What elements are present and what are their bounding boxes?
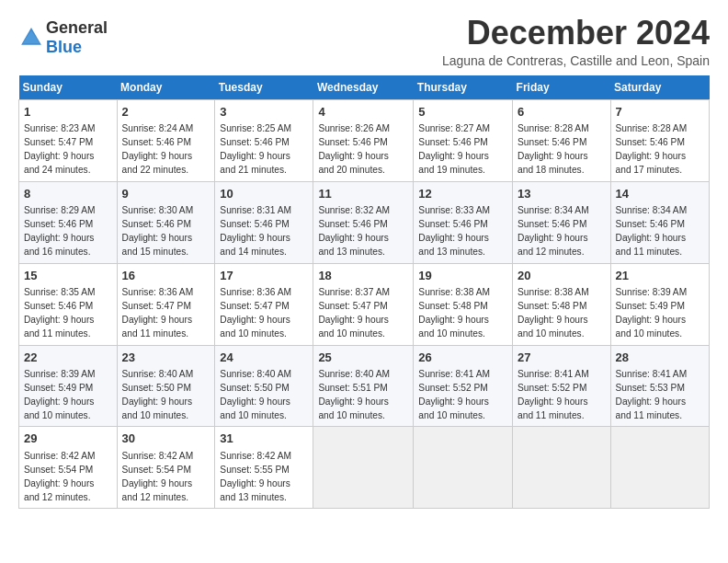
day-detail: Daylight: 9 hours — [122, 314, 210, 327]
day-detail: Sunset: 5:54 PM — [24, 464, 112, 477]
day-detail: and 11 minutes. — [24, 327, 112, 341]
calendar-cell: 5Sunrise: 8:27 AMSunset: 5:46 PMDaylight… — [414, 99, 513, 181]
day-detail: Sunset: 5:46 PM — [318, 218, 408, 232]
calendar-cell — [313, 427, 414, 509]
column-header-sunday: Sunday — [19, 75, 118, 100]
day-detail: and 12 minutes. — [122, 491, 210, 505]
calendar-cell: 18Sunrise: 8:37 AMSunset: 5:47 PMDayligh… — [313, 263, 414, 345]
day-detail: Sunrise: 8:40 AM — [220, 368, 308, 382]
day-detail: Daylight: 9 hours — [318, 232, 408, 246]
day-detail: Daylight: 9 hours — [24, 477, 112, 491]
day-detail: Sunrise: 8:41 AM — [616, 368, 704, 382]
day-detail: Sunset: 5:46 PM — [122, 218, 210, 232]
header-row: SundayMondayTuesdayWednesdayThursdayFrid… — [19, 75, 710, 100]
day-detail: and 10 minutes. — [418, 327, 507, 341]
day-number: 28 — [616, 350, 704, 367]
day-detail: Sunset: 5:48 PM — [418, 300, 507, 314]
day-number: 3 — [220, 104, 308, 121]
column-header-tuesday: Tuesday — [215, 75, 313, 100]
day-detail: Daylight: 9 hours — [418, 150, 507, 164]
calendar-cell: 25Sunrise: 8:40 AMSunset: 5:51 PMDayligh… — [313, 345, 414, 427]
day-detail: Daylight: 9 hours — [518, 396, 606, 409]
day-detail: and 10 minutes. — [24, 409, 112, 423]
day-detail: and 10 minutes. — [518, 327, 606, 341]
day-detail: Daylight: 9 hours — [616, 232, 704, 246]
day-detail: Sunrise: 8:29 AM — [24, 204, 112, 218]
day-detail: Daylight: 9 hours — [24, 314, 112, 327]
day-detail: and 10 minutes. — [318, 409, 408, 423]
day-detail: Daylight: 9 hours — [518, 314, 606, 327]
day-detail: Sunset: 5:50 PM — [122, 382, 210, 396]
day-detail: Daylight: 9 hours — [220, 150, 308, 164]
day-detail: Daylight: 9 hours — [418, 314, 507, 327]
day-detail: and 11 minutes. — [616, 246, 704, 259]
calendar-cell — [513, 427, 611, 509]
day-detail: Sunrise: 8:42 AM — [24, 450, 112, 464]
column-header-friday: Friday — [513, 75, 611, 100]
calendar-cell: 22Sunrise: 8:39 AMSunset: 5:49 PMDayligh… — [19, 345, 118, 427]
day-detail: Sunrise: 8:35 AM — [24, 286, 112, 300]
day-detail: Daylight: 9 hours — [220, 477, 308, 491]
day-detail: Daylight: 9 hours — [122, 150, 210, 164]
day-detail: and 13 minutes. — [318, 246, 408, 259]
calendar-cell: 15Sunrise: 8:35 AMSunset: 5:46 PMDayligh… — [19, 263, 118, 345]
day-detail: Sunset: 5:46 PM — [122, 136, 210, 150]
day-detail: Sunset: 5:49 PM — [616, 300, 704, 314]
day-detail: Sunrise: 8:32 AM — [318, 204, 408, 218]
day-number: 16 — [122, 268, 210, 285]
day-detail: Sunset: 5:46 PM — [418, 218, 507, 232]
day-detail: and 19 minutes. — [418, 164, 507, 178]
calendar-cell: 7Sunrise: 8:28 AMSunset: 5:46 PMDaylight… — [610, 99, 709, 181]
logo: General Blue — [18, 18, 108, 57]
day-detail: Sunset: 5:46 PM — [616, 136, 704, 150]
day-number: 18 — [318, 268, 408, 285]
column-header-saturday: Saturday — [610, 75, 709, 100]
day-detail: Sunset: 5:46 PM — [220, 136, 308, 150]
svg-marker-2 — [23, 30, 40, 43]
calendar-cell — [610, 427, 709, 509]
day-detail: and 22 minutes. — [122, 164, 210, 178]
day-number: 2 — [122, 104, 210, 121]
day-detail: Sunset: 5:53 PM — [616, 382, 704, 396]
day-detail: Sunset: 5:47 PM — [318, 300, 408, 314]
day-detail: Sunset: 5:47 PM — [122, 300, 210, 314]
day-detail: Sunset: 5:46 PM — [418, 136, 507, 150]
day-number: 4 — [318, 104, 408, 121]
day-number: 22 — [24, 350, 112, 367]
day-detail: and 20 minutes. — [318, 164, 408, 178]
day-detail: and 11 minutes. — [122, 327, 210, 341]
day-detail: Sunset: 5:52 PM — [518, 382, 606, 396]
calendar-cell: 28Sunrise: 8:41 AMSunset: 5:53 PMDayligh… — [610, 345, 709, 427]
calendar-cell: 23Sunrise: 8:40 AMSunset: 5:50 PMDayligh… — [117, 345, 215, 427]
day-number: 21 — [616, 268, 704, 285]
day-detail: and 18 minutes. — [518, 164, 606, 178]
calendar-cell: 19Sunrise: 8:38 AMSunset: 5:48 PMDayligh… — [414, 263, 513, 345]
day-detail: and 10 minutes. — [220, 409, 308, 423]
calendar-cell: 24Sunrise: 8:40 AMSunset: 5:50 PMDayligh… — [215, 345, 313, 427]
day-detail: and 21 minutes. — [220, 164, 308, 178]
location-title: Laguna de Contreras, Castille and Leon, … — [442, 53, 710, 68]
day-detail: Sunrise: 8:39 AM — [616, 286, 704, 300]
day-detail: Sunset: 5:46 PM — [220, 218, 308, 232]
day-number: 19 — [418, 268, 507, 285]
calendar-cell: 16Sunrise: 8:36 AMSunset: 5:47 PMDayligh… — [117, 263, 215, 345]
calendar-cell: 11Sunrise: 8:32 AMSunset: 5:46 PMDayligh… — [313, 181, 414, 263]
day-detail: and 11 minutes. — [616, 409, 704, 423]
day-detail: Sunset: 5:47 PM — [220, 300, 308, 314]
day-detail: Sunset: 5:49 PM — [24, 382, 112, 396]
day-detail: Sunrise: 8:38 AM — [518, 286, 606, 300]
calendar-cell: 3Sunrise: 8:25 AMSunset: 5:46 PMDaylight… — [215, 99, 313, 181]
calendar-cell: 14Sunrise: 8:34 AMSunset: 5:46 PMDayligh… — [610, 181, 709, 263]
calendar-body: 1Sunrise: 8:23 AMSunset: 5:47 PMDaylight… — [19, 99, 710, 509]
day-detail: Daylight: 9 hours — [122, 396, 210, 409]
day-detail: Daylight: 9 hours — [616, 150, 704, 164]
day-detail: Sunrise: 8:34 AM — [616, 204, 704, 218]
calendar-cell: 2Sunrise: 8:24 AMSunset: 5:46 PMDaylight… — [117, 99, 215, 181]
day-detail: and 12 minutes. — [24, 491, 112, 505]
day-detail: and 17 minutes. — [616, 164, 704, 178]
day-number: 12 — [418, 186, 507, 203]
day-detail: Sunset: 5:46 PM — [24, 300, 112, 314]
day-detail: and 13 minutes. — [220, 491, 308, 505]
day-detail: and 16 minutes. — [24, 246, 112, 259]
day-detail: Sunset: 5:54 PM — [122, 464, 210, 477]
